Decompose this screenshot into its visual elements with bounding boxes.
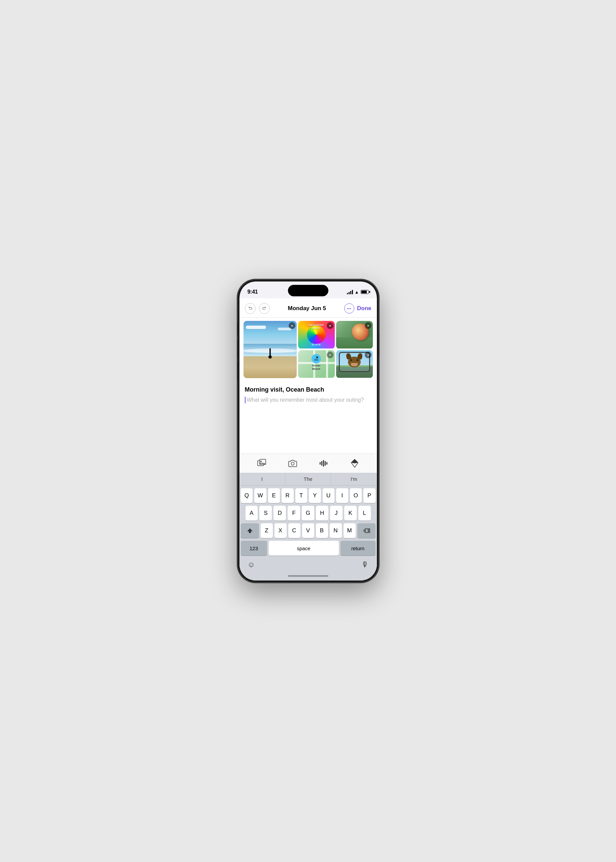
key-l[interactable]: L — [358, 506, 371, 521]
key-y[interactable]: Y — [309, 488, 321, 503]
attachments-grid: ✕ DECODERRING SLATE ✕ — [239, 317, 377, 382]
wifi-icon: ▲ — [355, 290, 359, 295]
redo-icon — [262, 306, 267, 311]
head — [269, 355, 272, 359]
decoder-subtitle: SLATE — [298, 344, 335, 346]
power-button[interactable] — [379, 333, 379, 357]
numbers-key[interactable]: 123 — [241, 541, 267, 556]
app-header: Monday Jun 5 ••• Done — [239, 298, 377, 317]
remove-shell-button[interactable]: ✕ — [365, 322, 371, 329]
signal-bar-3 — [350, 291, 351, 294]
key-s[interactable]: S — [259, 506, 272, 521]
svg-point-3 — [291, 462, 294, 465]
key-t[interactable]: T — [295, 488, 308, 503]
key-w[interactable]: W — [254, 488, 266, 503]
shift-icon — [247, 528, 253, 534]
redo-button[interactable] — [259, 303, 270, 314]
journal-editor[interactable]: Morning visit, Ocean Beach What will you… — [239, 382, 377, 454]
home-pill — [288, 575, 328, 577]
key-u[interactable]: U — [323, 488, 335, 503]
keyboard-row-3: Z X C V B N M — [241, 523, 376, 538]
key-r[interactable]: R — [281, 488, 294, 503]
cloud1 — [246, 326, 266, 329]
cloud2 — [278, 328, 291, 330]
body — [269, 348, 271, 356]
key-g[interactable]: G — [302, 506, 314, 521]
mic-button[interactable]: 🎙 — [361, 560, 369, 569]
key-m[interactable]: M — [344, 523, 356, 538]
signal-bar-2 — [349, 292, 350, 294]
autocomplete-im[interactable]: I'm — [331, 473, 377, 485]
undo-button[interactable] — [245, 303, 256, 314]
attachment-dog[interactable]: ✕ — [336, 350, 373, 378]
attachment-shell[interactable]: ✕ — [336, 321, 373, 349]
remove-surf-button[interactable]: ✕ — [289, 322, 295, 329]
key-v[interactable]: V — [302, 523, 314, 538]
volume-up-button[interactable] — [237, 340, 238, 359]
remove-map-button[interactable]: ✕ — [327, 352, 333, 358]
signal-bars — [347, 290, 353, 294]
svg-rect-8 — [326, 462, 327, 465]
key-a[interactable]: A — [245, 506, 258, 521]
svg-rect-4 — [320, 462, 321, 465]
svg-rect-5 — [321, 461, 322, 466]
status-time: 9:41 — [248, 289, 258, 295]
key-d[interactable]: D — [273, 506, 286, 521]
shift-key[interactable] — [241, 523, 259, 538]
remove-decoder-button[interactable]: ✕ — [327, 322, 333, 329]
attachment-decoder[interactable]: DECODERRING SLATE ✕ — [298, 321, 335, 349]
key-c[interactable]: C — [288, 523, 300, 538]
phone-screen-bezel: 9:41 ▲ — [239, 281, 377, 581]
battery-fill — [361, 290, 367, 293]
keyboard-row-1: Q W E R T Y U I O P — [241, 488, 376, 503]
map-pin-circle: 🏖 — [311, 354, 321, 363]
camera-icon — [288, 460, 297, 467]
emoji-button[interactable]: ☺ — [248, 560, 255, 569]
header-title: Monday Jun 5 — [288, 305, 326, 312]
key-o[interactable]: O — [350, 488, 362, 503]
volume-down-button[interactable] — [237, 362, 238, 380]
delete-key[interactable] — [357, 523, 376, 538]
key-b[interactable]: B — [316, 523, 328, 538]
key-j[interactable]: J — [330, 506, 343, 521]
svg-rect-7 — [325, 461, 326, 466]
autocomplete-the[interactable]: The — [285, 473, 331, 485]
remove-dog-button[interactable]: ✕ — [365, 352, 371, 358]
attachment-surf[interactable]: ✕ — [244, 321, 297, 378]
screen: 9:41 ▲ — [239, 281, 377, 581]
location-arrow-icon — [351, 459, 358, 468]
key-q[interactable]: Q — [241, 488, 253, 503]
key-n[interactable]: N — [330, 523, 342, 538]
journal-text-area[interactable]: What will you remember most about your o… — [245, 396, 371, 404]
keyboard-bottom-bar: ☺ 🎙 — [239, 557, 377, 571]
autocomplete-bar: I The I'm — [239, 473, 377, 485]
location-button[interactable] — [349, 457, 361, 469]
key-x[interactable]: X — [275, 523, 287, 538]
dog-snout — [351, 363, 358, 366]
audio-button[interactable] — [317, 457, 330, 469]
attachment-map[interactable]: 🏖 OceanBeach ✕ — [298, 350, 335, 378]
return-key[interactable]: return — [341, 541, 376, 556]
key-z[interactable]: Z — [261, 523, 273, 538]
dog-ear-right — [357, 353, 363, 360]
space-key[interactable]: space — [269, 541, 339, 556]
home-indicator — [239, 571, 377, 581]
camera-button[interactable] — [287, 457, 299, 469]
done-button[interactable]: Done — [357, 305, 371, 312]
key-i[interactable]: I — [336, 488, 348, 503]
svg-rect-6 — [323, 460, 324, 467]
autocomplete-i[interactable]: I — [239, 473, 285, 485]
key-f[interactable]: F — [288, 506, 300, 521]
status-icons: ▲ — [347, 290, 369, 295]
dog-eye-right — [357, 359, 358, 361]
key-h[interactable]: H — [316, 506, 328, 521]
key-e[interactable]: E — [268, 488, 280, 503]
journal-app: Monday Jun 5 ••• Done — [239, 298, 377, 581]
key-p[interactable]: P — [363, 488, 376, 503]
more-button[interactable]: ••• — [344, 303, 354, 314]
status-bar: 9:41 ▲ — [239, 281, 377, 298]
key-k[interactable]: K — [344, 506, 357, 521]
mute-button[interactable] — [237, 323, 238, 335]
photo-library-button[interactable] — [256, 457, 268, 469]
journal-placeholder-text: What will you remember most about your o… — [247, 397, 364, 403]
